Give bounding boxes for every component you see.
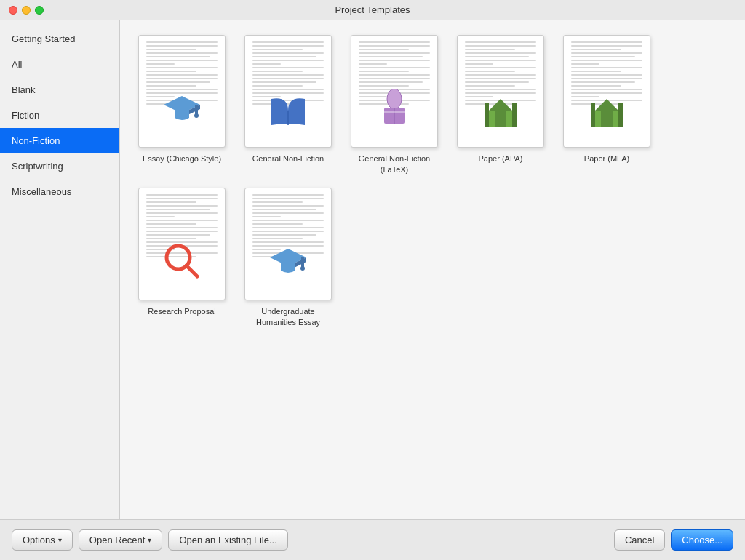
sidebar-item-fiction[interactable]: Fiction	[0, 103, 119, 128]
open-recent-label: Open Recent	[89, 535, 146, 545]
svg-rect-10	[512, 103, 517, 127]
sidebar-item-label-blank: Blank	[12, 84, 36, 95]
cancel-label: Cancel	[625, 535, 654, 545]
svg-point-4	[387, 89, 402, 109]
svg-rect-2	[195, 105, 198, 115]
svg-marker-12	[595, 99, 618, 111]
template-thumb-undergrad-humanities	[244, 188, 332, 300]
sidebar-item-all[interactable]: All	[0, 52, 119, 77]
sidebar-item-label-non-fiction: Non-Fiction	[12, 135, 60, 146]
template-icon-undergrad-humanities	[270, 243, 306, 285]
sidebar: Getting StartedAllBlankFictionNon-Fictio…	[0, 20, 120, 519]
options-button[interactable]: Options ▾	[12, 529, 73, 551]
traffic-lights	[9, 6, 44, 15]
bottom-right-actions: Cancel Choose...	[614, 529, 733, 551]
svg-rect-20	[301, 257, 304, 268]
template-icon-general-non-fiction-latex	[378, 89, 410, 132]
open-recent-button[interactable]: Open Recent ▾	[79, 529, 163, 551]
sidebar-item-blank[interactable]: Blank	[0, 77, 119, 103]
window-title: Project Templates	[335, 4, 410, 15]
template-thumb-essay-chicago	[138, 35, 226, 148]
template-label-general-non-fiction-latex: General Non-Fiction (LaTeX)	[347, 153, 442, 176]
choose-label: Choose...	[682, 535, 722, 545]
content-area: Essay (Chicago Style) General Non-Fictio…	[120, 20, 745, 519]
template-icon-general-non-fiction	[270, 96, 306, 132]
sidebar-item-scriptwriting[interactable]: Scriptwriting	[0, 153, 119, 179]
template-thumb-general-non-fiction-latex	[351, 35, 438, 148]
template-item-general-non-fiction[interactable]: General Non-Fiction	[241, 35, 335, 176]
sidebar-item-non-fiction[interactable]: Non-Fiction	[0, 128, 119, 153]
template-item-general-non-fiction-latex[interactable]: General Non-Fiction (LaTeX)	[347, 35, 442, 176]
template-item-paper-apa[interactable]: Paper (APA)	[453, 35, 548, 176]
options-chevron-icon: ▾	[58, 536, 62, 544]
template-icon-research-proposal	[164, 243, 200, 285]
svg-point-21	[300, 266, 305, 271]
template-item-paper-mla[interactable]: Paper (MLA)	[559, 35, 654, 176]
bottom-bar: Options ▾ Open Recent ▾ Open an Existing…	[0, 519, 745, 560]
template-label-paper-mla: Paper (MLA)	[584, 153, 629, 164]
template-item-undergrad-humanities[interactable]: Undergraduate Humanities Essay	[241, 188, 335, 329]
open-recent-chevron-icon: ▾	[148, 536, 151, 544]
title-bar: Project Templates	[0, 0, 745, 20]
template-thumb-paper-mla	[563, 35, 650, 148]
template-label-research-proposal: Research Proposal	[148, 306, 216, 317]
template-thumb-general-non-fiction	[244, 35, 332, 148]
sidebar-item-label-all: All	[12, 59, 22, 70]
choose-button[interactable]: Choose...	[671, 529, 733, 551]
close-button[interactable]	[9, 6, 17, 15]
sidebar-item-label-scriptwriting: Scriptwriting	[12, 161, 63, 172]
template-label-general-non-fiction: General Non-Fiction	[252, 153, 324, 164]
minimize-button[interactable]	[22, 6, 31, 15]
template-item-essay-chicago[interactable]: Essay (Chicago Style)	[135, 35, 229, 176]
svg-rect-13	[601, 111, 613, 127]
svg-rect-14	[591, 103, 595, 127]
template-label-undergrad-humanities: Undergraduate Humanities Essay	[241, 306, 335, 329]
options-label: Options	[23, 535, 55, 545]
svg-rect-15	[618, 103, 623, 127]
open-existing-button[interactable]: Open an Existing File...	[168, 529, 287, 551]
sidebar-item-miscellaneous[interactable]: Miscellaneous	[0, 179, 119, 204]
template-thumb-research-proposal	[138, 188, 226, 300]
sidebar-item-label-getting-started: Getting Started	[12, 33, 75, 44]
cancel-button[interactable]: Cancel	[614, 529, 665, 551]
template-item-research-proposal[interactable]: Research Proposal	[135, 188, 229, 329]
svg-point-3	[194, 113, 199, 118]
template-label-paper-apa: Paper (APA)	[479, 153, 523, 164]
template-thumb-paper-apa	[457, 35, 544, 148]
template-icon-essay-chicago	[164, 90, 200, 132]
svg-rect-9	[485, 103, 489, 127]
sidebar-item-label-fiction: Fiction	[12, 110, 39, 121]
svg-rect-8	[495, 111, 506, 127]
template-label-essay-chicago: Essay (Chicago Style)	[143, 153, 221, 164]
sidebar-item-getting-started[interactable]: Getting Started	[0, 26, 119, 52]
sidebar-item-label-miscellaneous: Miscellaneous	[12, 186, 71, 197]
svg-marker-7	[489, 99, 512, 111]
bottom-left-actions: Options ▾ Open Recent ▾ Open an Existing…	[12, 529, 288, 551]
maximize-button[interactable]	[35, 6, 44, 15]
template-icon-paper-mla	[588, 96, 626, 132]
svg-line-17	[186, 265, 197, 276]
templates-grid: Essay (Chicago Style) General Non-Fictio…	[135, 35, 730, 329]
open-existing-label: Open an Existing File...	[179, 535, 276, 545]
template-icon-paper-apa	[482, 96, 519, 132]
main-container: Getting StartedAllBlankFictionNon-Fictio…	[0, 20, 745, 519]
